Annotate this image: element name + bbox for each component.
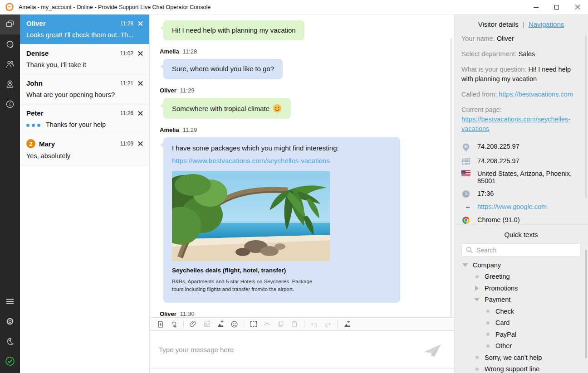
chats-icon[interactable] [0, 15, 20, 34]
close-chat-icon[interactable] [138, 141, 143, 146]
quick-text-icon[interactable] [154, 319, 166, 329]
info-icon[interactable] [0, 94, 20, 114]
us-flag-icon [461, 170, 470, 176]
visitor-panel-tabs: Visitor details | Navigations [461, 20, 581, 28]
operator-headset-icon[interactable] [0, 34, 20, 54]
server-icon [461, 158, 470, 165]
operator-message-bubble: Sure, where would you like to go? [163, 59, 283, 79]
leaf-bullet-icon [473, 275, 480, 278]
settings-gear-icon[interactable] [0, 311, 20, 331]
message-history[interactable]: Hi! I need help with planning my vacatio… [150, 15, 454, 317]
svg-text:IP: IP [465, 145, 468, 148]
close-chat-icon[interactable] [138, 111, 143, 116]
chat-list-item-john[interactable]: John 11:21 What are your opening hours? [20, 74, 149, 104]
operator-link-card-bubble: I have some packages which you might fin… [163, 137, 400, 303]
chat-list-item-peter[interactable]: Peter 11:26 Thanks for your help [20, 104, 149, 134]
tree-item-check[interactable]: Check [461, 305, 581, 317]
expand-icon[interactable] [473, 286, 480, 291]
chat-list-item-mary[interactable]: 2 Mary 11:09 Yes, absolutely [20, 134, 149, 165]
info-row-local-time: 17:36 [461, 190, 581, 198]
field-your-name: Your name: Oliver [461, 34, 581, 44]
tree-item-payment[interactable]: Payment [461, 294, 581, 306]
chat-list-item-oliver[interactable]: Oliver 11:28 Looks great! I'll check the… [20, 15, 149, 44]
visitor-message-bubble: Hi! I need help with planning my vacatio… [163, 20, 304, 40]
message-header: Oliver11:30 [160, 310, 443, 317]
close-button[interactable] [567, 0, 588, 15]
maximize-button[interactable] [546, 0, 567, 15]
emoji-icon[interactable] [228, 319, 240, 329]
chrome-icon [461, 217, 470, 224]
info-row-browser: Chrome (91.0) [461, 216, 581, 224]
chat-name: Mary [39, 140, 55, 148]
quick-texts-scrollbar[interactable] [585, 250, 587, 358]
info-row-ip: IP 74.208.225.97 [461, 143, 581, 152]
quick-texts-search [461, 243, 581, 257]
visitors-icon[interactable] [0, 54, 20, 74]
messages-scrollbar[interactable] [450, 38, 452, 317]
select-area-icon[interactable] [248, 319, 260, 329]
shared-link[interactable]: https://www.bestvacations.com/seychelles… [172, 156, 392, 165]
search-input[interactable] [476, 247, 576, 254]
tree-item-wrong-support-line[interactable]: Wrong support line [461, 363, 581, 373]
quick-texts-tree: Company Greeting Promotions Payment [461, 259, 581, 373]
collapse-icon[interactable] [473, 298, 480, 301]
online-status-check-icon[interactable] [0, 351, 20, 371]
message-input[interactable] [150, 331, 454, 373]
tab-navigations[interactable]: Navigations [529, 20, 564, 28]
close-chat-icon[interactable] [138, 51, 143, 56]
tree-item-promotions[interactable]: Promotions [461, 282, 581, 294]
field-department: Select department: Sales [461, 49, 581, 59]
tree-item-company[interactable]: Company [461, 259, 581, 271]
info-row-location: United States, Arizona, Phoenix, 85001 [461, 170, 581, 184]
collapse-icon[interactable] [461, 263, 469, 267]
crop-image-icon[interactable] [215, 319, 226, 329]
referrer-link[interactable]: https://www.google.com [477, 203, 547, 210]
location-pin-icon[interactable] [0, 74, 20, 94]
current-page-link[interactable]: https://bestvacations.com/seychelles-vac… [461, 116, 570, 132]
smiley-face-icon [272, 103, 282, 113]
visitor-details-section: Visitor details | Navigations Your name:… [454, 15, 588, 224]
chat-preview: What are your opening hours? [26, 91, 143, 98]
visitor-details-scrollbar[interactable] [585, 35, 587, 199]
chat-name: John [26, 79, 43, 87]
chat-preview: Yes, absolutely [26, 152, 143, 160]
add-quick-text-icon[interactable] [168, 319, 180, 329]
app-window: Amelia - my_account - Online - Provide S… [0, 0, 588, 373]
leaf-bullet-icon [473, 356, 480, 359]
menu-icon[interactable] [0, 291, 20, 311]
tree-item-sorry-we-cant-help[interactable]: Sorry, we can’t help [461, 352, 581, 363]
chat-time: 11:02 [120, 50, 138, 57]
chat-preview: Thanks for your help [26, 121, 143, 128]
info-row-referrer: https://www.google.com [461, 203, 581, 211]
tree-item-card[interactable]: Card [461, 317, 581, 329]
link-card-description: B&Bs, Apartments and 5 star Hotels on Se… [172, 278, 313, 292]
right-panel: Visitor details | Navigations Your name:… [454, 15, 588, 373]
tree-item-other[interactable]: Other [461, 340, 581, 352]
close-chat-icon[interactable] [138, 81, 143, 86]
called-from-link[interactable]: https://bestvacations.com [499, 91, 573, 98]
attach-icon[interactable] [187, 319, 199, 329]
tree-item-greeting[interactable]: Greeting [461, 271, 581, 283]
visitor-message-bubble: Somewhere with tropical climate [163, 98, 291, 119]
conversation-pane: Hi! I need help with planning my vacatio… [150, 15, 454, 373]
search-icon [466, 247, 473, 253]
close-chat-icon[interactable] [138, 21, 143, 26]
chat-time: 11:21 [120, 80, 138, 87]
left-icon-rail [0, 15, 20, 373]
chat-image-seychelles[interactable] [172, 171, 330, 261]
composer-toolbar: ✂ [150, 317, 454, 331]
chat-name: Denise [26, 49, 49, 57]
tree-item-paypal[interactable]: PayPal [461, 329, 581, 340]
tab-visitor-details[interactable]: Visitor details [478, 20, 519, 28]
away-moon-icon[interactable] [0, 331, 20, 351]
chat-preview: Thank you, I'll take it [26, 61, 143, 68]
google-icon [461, 203, 470, 211]
message-header: Oliver11:29 [160, 87, 443, 94]
chat-list-item-denise[interactable]: Denise 11:02 Thank you, I'll take it [20, 44, 149, 74]
minimize-button[interactable] [525, 0, 546, 15]
title-bar: Amelia - my_account - Online - Provide S… [0, 0, 588, 15]
chat-list: Oliver 11:28 Looks great! I'll check the… [20, 15, 150, 373]
preview-image-icon[interactable] [341, 319, 353, 329]
send-message-icon[interactable] [423, 343, 442, 359]
paste-icon [289, 319, 300, 329]
